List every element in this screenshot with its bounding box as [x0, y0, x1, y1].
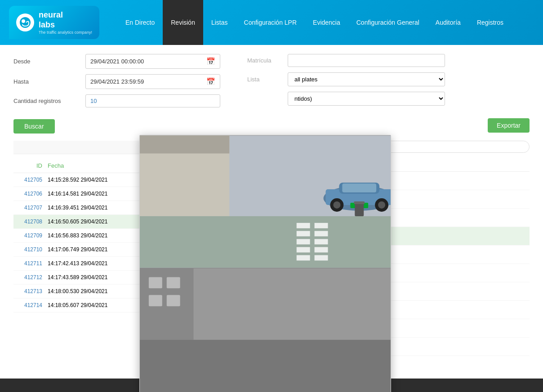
buscar-button[interactable]: Buscar	[13, 119, 55, 134]
cell-fecha: 14:16:56.883 29/04/2021	[45, 229, 138, 243]
svg-rect-13	[315, 239, 328, 245]
cell-id: 412706	[13, 187, 45, 201]
svg-rect-57	[167, 295, 180, 306]
header: neurallabs The traffic analytics company…	[0, 0, 543, 45]
desde-calendar-icon[interactable]: 📅	[206, 57, 215, 66]
extra-dropdown-row: ntidos)	[247, 92, 530, 106]
matricula-label: Matrícula	[247, 57, 288, 64]
desde-input[interactable]	[90, 58, 206, 65]
cell-id: 412710	[13, 243, 45, 257]
cell-fecha: 14:16:14.581 29/04/2021	[45, 187, 138, 201]
svg-rect-9	[297, 247, 310, 253]
svg-rect-54	[149, 277, 162, 288]
cell-fecha: 14:17:06.749 29/04/2021	[45, 243, 138, 257]
svg-point-1	[22, 19, 25, 23]
nav-config-lpr[interactable]: Configuración LPR	[236, 0, 305, 45]
cell-fecha: 14:18:05.607 29/04/2021	[45, 298, 138, 312]
cell-id: 412708	[13, 215, 45, 229]
svg-rect-15	[315, 255, 328, 261]
cantidad-label: Cantidad registros	[13, 98, 85, 104]
cell-id: 412709	[13, 229, 45, 243]
svg-rect-27	[354, 201, 365, 204]
svg-rect-6	[297, 223, 310, 228]
table-row[interactable]: 412712 14:17:43.589 29/04/2021 14:	[13, 271, 157, 285]
nav-evidencia[interactable]: Evidencia	[305, 0, 348, 45]
overlay-bottom-image	[140, 268, 391, 392]
desde-input-wrapper: 📅	[85, 54, 220, 69]
exportar-button[interactable]: Exportar	[488, 118, 530, 133]
matricula-row: Matrícula	[247, 54, 530, 67]
top-scene-svg	[140, 135, 391, 268]
cell-id: 412705	[13, 173, 45, 187]
nav-revision[interactable]: Revisión	[163, 0, 203, 45]
svg-rect-55	[167, 277, 180, 288]
col-id: ID	[13, 159, 45, 173]
hasta-row: Hasta 📅	[13, 74, 220, 89]
svg-point-23	[378, 201, 385, 209]
main-nav: En Directo Revisión Listas Configuración…	[117, 0, 512, 45]
svg-rect-10	[297, 255, 310, 261]
bottom-scene-svg	[140, 268, 391, 392]
desde-row: Desde 📅	[13, 54, 220, 69]
table-row[interactable]: 412707 14:16:39.451 29/04/2021 09:	[13, 201, 157, 215]
table-header-row: ID Fecha Ma	[13, 159, 157, 173]
cell-id: 412711	[13, 257, 45, 271]
table-row[interactable]: 412710 14:17:06.749 29/04/2021 87:	[13, 243, 157, 257]
extra-select[interactable]: ntidos)	[288, 92, 445, 106]
svg-point-21	[333, 201, 340, 209]
brand-name: neurallabs	[39, 10, 92, 30]
svg-rect-11	[315, 223, 328, 228]
table-row[interactable]: 412709 14:16:56.883 29/04/2021 50:	[13, 229, 157, 243]
svg-rect-56	[149, 295, 162, 306]
cell-id: 412713	[13, 285, 45, 298]
svg-rect-7	[297, 231, 310, 236]
table-row[interactable]: 412711 14:17:42.413 29/04/2021 95:	[13, 257, 157, 271]
logo-text: neurallabs The traffic analytics company…	[39, 10, 92, 34]
cell-fecha: 14:17:43.589 29/04/2021	[45, 271, 138, 285]
overlay-top-image	[140, 135, 391, 268]
cell-fecha: 14:15:28.592 29/04/2021	[45, 173, 138, 187]
cell-id: 412712	[13, 271, 45, 285]
svg-rect-4	[140, 136, 229, 154]
cantidad-input[interactable]	[85, 94, 220, 107]
cell-fecha: 14:17:42.413 29/04/2021	[45, 257, 138, 271]
left-panel: ID Fecha Ma 412705 14:15:28.592 29/04/20…	[13, 141, 157, 356]
hasta-calendar-icon[interactable]: 📅	[206, 77, 215, 86]
table-row[interactable]: 412708 14:16:50.605 29/04/2021 77:	[13, 215, 157, 229]
cell-id: 412714	[13, 298, 45, 312]
lista-label: Lista	[247, 76, 288, 83]
table-row[interactable]: 412713 14:18:00.530 29/04/2021 22:	[13, 285, 157, 298]
desde-label: Desde	[13, 58, 85, 65]
hasta-input-wrapper: 📅	[85, 74, 220, 89]
hasta-input[interactable]	[90, 78, 206, 85]
svg-rect-5	[140, 216, 391, 268]
svg-rect-14	[315, 247, 328, 253]
table-row[interactable]: 412705 14:15:28.592 29/04/2021 76:	[13, 173, 157, 187]
svg-rect-58	[140, 340, 391, 392]
cell-id: 412707	[13, 201, 45, 215]
cell-fecha: 14:18:00.530 29/04/2021	[45, 285, 138, 298]
svg-rect-8	[297, 239, 310, 245]
nav-en-directo[interactable]: En Directo	[117, 0, 163, 45]
svg-rect-12	[315, 231, 328, 236]
lista-select[interactable]: all plates	[288, 72, 445, 86]
matricula-input[interactable]	[288, 54, 445, 67]
table-row[interactable]: 412714 14:18:05.607 29/04/2021 70:	[13, 298, 157, 312]
table-row[interactable]: 412706 14:16:14.581 29/04/2021 93:	[13, 187, 157, 201]
logo: neurallabs The traffic analytics company…	[9, 6, 99, 39]
svg-rect-53	[140, 268, 194, 342]
data-table: ID Fecha Ma 412705 14:15:28.592 29/04/20…	[13, 159, 157, 312]
nav-auditoria[interactable]: Auditoría	[427, 0, 469, 45]
cell-fecha: 14:16:50.605 29/04/2021	[45, 215, 138, 229]
cantidad-row: Cantidad registros	[13, 94, 220, 107]
cell-fecha: 14:16:39.451 29/04/2021	[45, 201, 138, 215]
tagline: The traffic analytics company!	[39, 30, 92, 35]
nav-registros[interactable]: Registros	[469, 0, 512, 45]
nav-listas[interactable]: Listas	[203, 0, 236, 45]
svg-rect-26	[355, 203, 364, 216]
svg-rect-19	[342, 183, 376, 192]
nav-config-general[interactable]: Configuración General	[348, 0, 427, 45]
lista-row: Lista all plates	[247, 72, 530, 86]
image-overlay	[139, 135, 391, 392]
col-fecha: Fecha	[45, 159, 138, 173]
